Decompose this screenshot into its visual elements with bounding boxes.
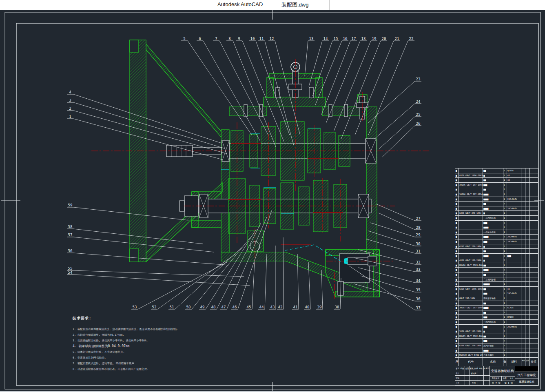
callout-34[interactable]: 34 bbox=[416, 279, 421, 283]
callout-17[interactable]: 17 bbox=[352, 37, 356, 41]
callout-37[interactable]: 37 bbox=[416, 306, 421, 310]
leader-line-45[interactable] bbox=[252, 262, 255, 309]
leader-line-54[interactable] bbox=[73, 275, 250, 286]
bom-cell bbox=[521, 282, 525, 286]
technical-notes[interactable]: 技术要求: 1. 装配前所有零件用煤油清洗, 滚动轴承用汽油清洗, 配合表面不得… bbox=[73, 316, 219, 373]
leader-line-23[interactable] bbox=[368, 81, 415, 123]
callout-28[interactable]: 28 bbox=[416, 226, 421, 230]
bom-cell: ▆ bbox=[483, 258, 503, 263]
callout-39[interactable]: 39 bbox=[317, 305, 322, 309]
title-block[interactable]: 标记 处数 分区 更改文件号 签名 年月日 设计 标准化 审核 bbox=[455, 366, 538, 386]
callout-46[interactable]: 46 bbox=[233, 305, 237, 309]
callout-48[interactable]: 48 bbox=[211, 305, 216, 309]
callout-42[interactable]: 42 bbox=[278, 305, 283, 309]
leader-line-17[interactable] bbox=[321, 41, 350, 115]
callout-47[interactable]: 47 bbox=[222, 305, 226, 309]
callout-55[interactable]: 55 bbox=[68, 266, 73, 270]
callout-33[interactable]: 33 bbox=[416, 268, 421, 272]
callout-57[interactable]: 57 bbox=[68, 233, 73, 237]
leader-line-19[interactable] bbox=[334, 41, 371, 131]
leader-line-13[interactable] bbox=[305, 41, 308, 76]
callout-15[interactable]: 15 bbox=[334, 37, 338, 41]
callout-6[interactable]: 6 bbox=[199, 37, 201, 41]
callout-30[interactable]: 30 bbox=[416, 242, 421, 246]
callout-2[interactable]: 2 bbox=[69, 106, 71, 111]
callout-1[interactable]: 1 bbox=[69, 115, 71, 119]
callout-14[interactable]: 14 bbox=[323, 37, 328, 41]
callout-44[interactable]: 44 bbox=[259, 305, 264, 309]
leader-line-55[interactable] bbox=[73, 270, 244, 277]
callout-31[interactable]: 31 bbox=[416, 249, 421, 253]
callout-32[interactable]: 32 bbox=[416, 260, 421, 264]
callout-13[interactable]: 13 bbox=[309, 37, 314, 41]
callout-41[interactable]: 41 bbox=[293, 305, 298, 309]
callout-58[interactable]: 58 bbox=[68, 225, 73, 229]
bom-cell bbox=[507, 272, 522, 277]
callout-53[interactable]: 53 bbox=[133, 305, 137, 309]
leader-line-4[interactable] bbox=[73, 94, 222, 143]
leader-line-24[interactable] bbox=[374, 104, 415, 140]
callout-8[interactable]: 8 bbox=[228, 37, 230, 41]
leader-line-44[interactable] bbox=[265, 254, 267, 309]
callout-25[interactable]: 25 bbox=[416, 113, 421, 117]
drawing-canvas[interactable]: 5678910111213141516171819202122432159585… bbox=[0, 0, 545, 392]
callout-21[interactable]: 21 bbox=[395, 37, 399, 41]
bom-cell bbox=[459, 315, 483, 319]
leader-line-25[interactable] bbox=[379, 117, 415, 149]
callout-24[interactable]: 24 bbox=[416, 100, 421, 104]
leader-line-1[interactable] bbox=[73, 119, 222, 159]
callout-5[interactable]: 5 bbox=[183, 37, 185, 41]
leader-line-49[interactable] bbox=[206, 229, 256, 309]
leader-line-51[interactable] bbox=[175, 246, 244, 309]
callout-38[interactable]: 38 bbox=[335, 305, 339, 309]
leader-line-39[interactable] bbox=[321, 270, 323, 309]
callout-23[interactable]: 23 bbox=[416, 77, 421, 81]
leader-line-35[interactable] bbox=[361, 276, 415, 292]
callout-54[interactable]: 54 bbox=[68, 270, 73, 275]
bom-cell: Q235A bbox=[507, 168, 522, 173]
bom-cell bbox=[525, 244, 529, 249]
callout-4[interactable]: 4 bbox=[69, 90, 71, 94]
callout-18[interactable]: 18 bbox=[361, 37, 366, 41]
callout-35[interactable]: 35 bbox=[416, 288, 421, 292]
callout-50[interactable]: 50 bbox=[186, 305, 191, 309]
bom-cell: 1 bbox=[503, 272, 507, 277]
bom-cell: 1 bbox=[503, 249, 507, 253]
bom-cell: 1 bbox=[503, 287, 507, 291]
callout-7[interactable]: 7 bbox=[215, 37, 217, 41]
bom-cell bbox=[525, 282, 529, 286]
callout-12[interactable]: 12 bbox=[270, 37, 274, 41]
callout-59[interactable]: 59 bbox=[68, 203, 73, 207]
leader-line-27[interactable] bbox=[376, 204, 415, 221]
callout-9[interactable]: 9 bbox=[238, 37, 240, 41]
callout-27[interactable]: 27 bbox=[416, 217, 421, 221]
callout-51[interactable]: 51 bbox=[170, 305, 174, 309]
callout-10[interactable]: 10 bbox=[250, 37, 255, 41]
callout-29[interactable]: 29 bbox=[416, 233, 421, 237]
callout-40[interactable]: 40 bbox=[305, 305, 310, 309]
callout-52[interactable]: 52 bbox=[152, 305, 157, 309]
bom-row: ▆4X16 GB/T 119-2000▆2 bbox=[455, 258, 538, 263]
leader-line-42[interactable] bbox=[283, 237, 284, 309]
bom-cell: 1 bbox=[503, 202, 507, 206]
bom-table[interactable]: ▆▆▆1Q235A▆8X20 GB/T 1096-2003▆145▆▆▆145▆… bbox=[455, 168, 538, 366]
leader-line-7[interactable] bbox=[219, 41, 268, 135]
callout-45[interactable]: 45 bbox=[247, 305, 251, 309]
callout-43[interactable]: 43 bbox=[270, 305, 275, 309]
callout-26[interactable]: 26 bbox=[416, 122, 421, 126]
callout-22[interactable]: 22 bbox=[409, 37, 414, 41]
bom-header-name: 名称 bbox=[483, 358, 503, 366]
leader-line-26[interactable] bbox=[382, 126, 415, 157]
callout-49[interactable]: 49 bbox=[200, 305, 205, 309]
leader-line-5[interactable] bbox=[188, 41, 252, 135]
callout-36[interactable]: 36 bbox=[416, 297, 421, 301]
bom-cell: 1 bbox=[503, 192, 507, 197]
callout-3[interactable]: 3 bbox=[69, 98, 71, 102]
callout-16[interactable]: 16 bbox=[343, 37, 348, 41]
callout-20[interactable]: 20 bbox=[382, 37, 386, 41]
bom-cell: ▆ bbox=[455, 334, 459, 339]
callout-11[interactable]: 11 bbox=[259, 37, 264, 41]
callout-19[interactable]: 19 bbox=[372, 37, 377, 41]
leader-line-52[interactable] bbox=[157, 254, 236, 309]
callout-56[interactable]: 56 bbox=[68, 249, 73, 253]
